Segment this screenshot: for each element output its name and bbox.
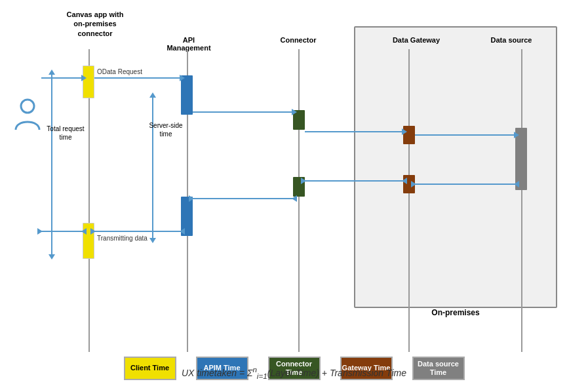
svg-point-0 <box>21 100 34 113</box>
apim-label: API Management <box>163 36 215 52</box>
person-icon <box>14 98 41 134</box>
arrow-apim-connector <box>193 111 293 113</box>
vline-datasource <box>521 49 522 352</box>
block-canvas-top <box>83 66 94 98</box>
formula: UX timetaken = Σni=1(Layer Time) + Trans… <box>0 366 588 380</box>
arrow-apim-canvas-return <box>94 231 181 232</box>
arrow-connector-apim-return <box>193 198 293 199</box>
arrow-person-canvas <box>41 77 83 79</box>
arrow-label-odata: OData Request <box>97 68 142 75</box>
arrow-odata-request <box>94 77 181 79</box>
vline-server-side <box>152 95 153 239</box>
block-apim-top <box>181 75 193 115</box>
onprem-label: On-premises <box>354 308 557 317</box>
arrow-gateway-connector-return <box>305 180 403 182</box>
data-source-label: Data source <box>485 36 538 44</box>
vline-gateway <box>408 49 410 352</box>
total-request-arrowhead-bottom <box>49 254 55 260</box>
total-request-arrowhead-top <box>49 69 55 75</box>
server-side-label: Server-side time <box>143 121 189 138</box>
arrow-canvas-person-return <box>41 231 83 232</box>
arrow-label-transmitting: Transmitting data <box>97 235 147 242</box>
vline-connector <box>298 49 300 352</box>
total-request-label: Total request time <box>46 125 85 142</box>
connector-label: Connector <box>275 36 321 44</box>
server-side-arrowhead-top <box>149 92 156 98</box>
arrow-gateway-datasource <box>415 134 515 136</box>
canvas-app-label: Canvas app with on-premises connector <box>66 10 125 38</box>
arrow-datasource-gateway-return <box>415 184 515 185</box>
arrow-connector-gateway <box>305 131 403 132</box>
data-gateway-label: Data Gateway <box>387 36 446 44</box>
server-side-arrowhead-bottom <box>149 238 156 243</box>
